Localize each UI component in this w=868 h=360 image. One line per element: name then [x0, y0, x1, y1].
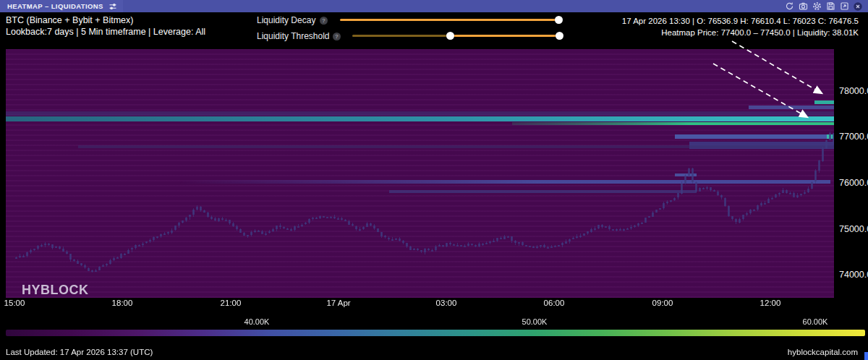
instrument-info: BTC (Binance + Bybit + Bitmex) Lookback:…	[6, 14, 205, 38]
tab-label: HEATMAP – LIQUIDATIONS	[7, 2, 103, 10]
time-tick-label: 12:00	[760, 299, 781, 307]
liquidity-decay-label: Liquidity Decay	[257, 15, 315, 25]
time-tick-label: 15:00	[4, 299, 25, 307]
lookback-settings-label: Lookback:7 days | 5 Min timeframe | Leve…	[6, 26, 205, 38]
corner-cursor-mark	[864, 352, 868, 360]
save-icon[interactable]	[825, 1, 835, 12]
time-tick-label: 06:00	[544, 299, 565, 307]
window-titlebar: HEATMAP – LIQUIDATIONS	[0, 0, 868, 13]
hyblock-watermark: HYBLOCK	[22, 283, 89, 298]
liquidity-threshold-low-handle[interactable]	[446, 32, 454, 40]
ohlc-line: 17 Apr 2026 13:30 | O: 76536.9 H: 76610.…	[622, 15, 859, 27]
liquidity-threshold-high-handle[interactable]	[556, 32, 563, 40]
chart-area: HYBLOCK 78000.077000.076000.075000.07400…	[0, 43, 868, 309]
close-icon[interactable]	[853, 1, 863, 12]
camera-icon[interactable]	[798, 1, 808, 12]
time-tick-label: 18:00	[112, 299, 133, 307]
heatmap-price-line: Heatmap Price: 77400.0 – 77450.0 | Liqui…	[622, 27, 859, 38]
time-tick-label: 21:00	[221, 299, 242, 307]
settings-gear-icon[interactable]	[812, 1, 822, 12]
liquidity-decay-slider[interactable]	[340, 19, 561, 21]
heatmap-canvas[interactable]	[6, 49, 834, 298]
colorbar-value-label: 40.00K	[244, 317, 270, 326]
liquidity-decay-handle[interactable]	[555, 16, 563, 24]
liquidity-colorbar	[6, 330, 865, 336]
site-link[interactable]: hyblockcapital.com	[788, 348, 858, 356]
colorbar-value-label: 60.00K	[803, 317, 828, 326]
price-tick-label: 76000.0	[839, 178, 868, 188]
filter-sliders-icon[interactable]	[109, 2, 117, 11]
titlebar-actions	[784, 1, 868, 12]
ohlc-readout: 17 Apr 2026 13:30 | O: 76536.9 H: 76610.…	[622, 15, 859, 38]
last-updated-label: Last Updated: 17 Apr 2026 13:37 (UTC)	[6, 348, 153, 356]
refresh-icon[interactable]	[784, 1, 794, 12]
instrument-label: BTC (Binance + Bybit + Bitmex)	[6, 14, 205, 26]
heatmap-plot[interactable]: HYBLOCK	[6, 49, 834, 298]
liquidity-threshold-slider[interactable]	[352, 35, 561, 37]
price-tick-label: 75000.0	[839, 224, 868, 234]
colorbar-value-label: 50.00K	[522, 317, 548, 326]
price-tick-label: 77000.0	[839, 132, 868, 142]
liquidity-threshold-label: Liquidity Threshold	[257, 31, 330, 41]
expand-icon[interactable]	[839, 1, 849, 12]
liquidity-threshold-info-icon[interactable]: ?	[333, 33, 341, 40]
tab-heatmap-liquidations[interactable]: HEATMAP – LIQUIDATIONS	[0, 0, 123, 12]
price-tick-label: 74000.0	[839, 270, 868, 280]
time-tick-label: 03:00	[436, 299, 457, 307]
chart-header: BTC (Binance + Bybit + Bitmex) Lookback:…	[0, 12, 868, 43]
time-tick-label: 09:00	[652, 299, 673, 307]
time-tick-label: 17 Apr	[326, 299, 350, 307]
liquidity-decay-info-icon[interactable]: ?	[320, 17, 328, 25]
price-tick-label: 78000.0	[839, 86, 868, 96]
